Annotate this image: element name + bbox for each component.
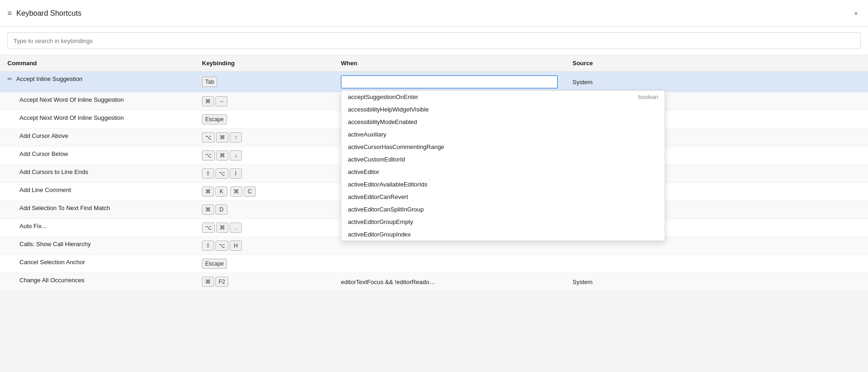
key-group: ⌘→ bbox=[202, 96, 326, 106]
source-cell bbox=[565, 255, 868, 273]
keybinding-cell: ⌘→ bbox=[195, 93, 333, 111]
dropdown-item[interactable]: activeCursorHasCommentingRange bbox=[341, 141, 665, 153]
dropdown-item-label: accessibilityHelpWidgetVisible bbox=[348, 106, 429, 113]
command-label: Calls: Show Call Hierarchy bbox=[19, 241, 91, 248]
key-group: Escape bbox=[202, 259, 326, 269]
key-badge: ⌥ bbox=[202, 132, 215, 143]
keybinding-cell: Escape bbox=[195, 255, 333, 273]
dropdown-item-label: activeEditorGroupEmpty bbox=[348, 218, 413, 225]
keybinding-cell: ⌥⌘↓ bbox=[195, 147, 333, 165]
key-badge: ⇧ bbox=[202, 241, 214, 251]
key-badge: ⌘ bbox=[202, 96, 214, 106]
key-badge: ⌥ bbox=[202, 223, 215, 233]
dropdown-item[interactable]: accessibilityModeEnabled bbox=[341, 116, 665, 128]
key-badge: ⌥ bbox=[202, 150, 215, 161]
dropdown-item[interactable]: activeAuxiliary bbox=[341, 128, 665, 141]
key-badge: ⌘ bbox=[216, 150, 228, 161]
dropdown-item-type: boolean bbox=[638, 94, 658, 100]
command-cell: Auto Fix... bbox=[0, 219, 195, 233]
command-cell: Calls: Show Call Hierarchy bbox=[0, 237, 195, 251]
dropdown-item[interactable]: accessibilityHelpWidgetVisible bbox=[341, 103, 665, 116]
search-bar bbox=[0, 27, 868, 55]
key-group: ⌥⌘. bbox=[202, 223, 326, 233]
key-group: ⌘D bbox=[202, 205, 326, 215]
dropdown-item[interactable]: activeEditorCanSplitInGroup bbox=[341, 203, 665, 216]
keybinding-cell: ⌘K⌘C bbox=[195, 183, 333, 201]
key-badge: K bbox=[215, 186, 227, 197]
dropdown-item[interactable]: activeEditorAvailableEditorIds bbox=[341, 178, 665, 191]
dropdown-item-label: activeEditorAvailableEditorIds bbox=[348, 181, 428, 188]
command-cell: Add Line Comment bbox=[0, 183, 195, 197]
command-label: Accept Next Word Of Inline Suggestion bbox=[19, 114, 124, 121]
search-input[interactable] bbox=[7, 32, 861, 49]
command-label: Accept Next Word Of Inline Suggestion bbox=[19, 96, 124, 103]
command-label: Add Cursors to Line Ends bbox=[19, 168, 88, 175]
command-cell: Cancel Selection Anchor bbox=[0, 255, 195, 269]
key-badge: ⌘ bbox=[216, 132, 228, 143]
dropdown-item[interactable]: activeEditorGroupIndex bbox=[341, 228, 665, 241]
table-header-row: Command Keybinding When Source bbox=[0, 55, 868, 72]
key-badge: ⌘ bbox=[216, 223, 228, 233]
key-group: ⌥⌘↓ bbox=[202, 150, 326, 161]
key-badge: . bbox=[230, 223, 242, 233]
dropdown-item-label: activeCursorHasCommentingRange bbox=[348, 143, 444, 150]
key-badge: → bbox=[215, 96, 227, 106]
command-label: Cancel Selection Anchor bbox=[19, 259, 85, 266]
key-badge: ↓ bbox=[230, 150, 242, 161]
header-when: When bbox=[333, 55, 565, 72]
keybinding-cell: Tab bbox=[195, 72, 333, 93]
command-label: Accept Inline Suggestion bbox=[16, 75, 82, 82]
keybinding-cell: ⇧⌥I bbox=[195, 165, 333, 183]
command-cell: Add Cursors to Line Ends bbox=[0, 165, 195, 179]
dropdown-item-label: activeEditor bbox=[348, 168, 379, 175]
title-bar: ≡ Keyboard Shortcuts × bbox=[0, 0, 868, 27]
when-input[interactable] bbox=[341, 75, 558, 88]
command-label: Auto Fix... bbox=[19, 223, 47, 229]
key-badge: D bbox=[215, 205, 227, 215]
table-row: Cancel Selection AnchorEscape bbox=[0, 255, 868, 273]
source-label: System bbox=[572, 79, 592, 86]
keybinding-cell: ⇧⌥H bbox=[195, 237, 333, 255]
command-cell: Add Selection To Next Find Match bbox=[0, 201, 195, 215]
when-dropdown: acceptSuggestionOnEnterbooleanaccessibil… bbox=[341, 90, 665, 241]
close-button[interactable]: × bbox=[851, 9, 861, 18]
command-cell: Add Cursor Above bbox=[0, 129, 195, 143]
keybinding-cell: ⌥⌘↑ bbox=[195, 129, 333, 147]
key-badge: Tab bbox=[202, 77, 217, 87]
dropdown-item[interactable]: acceptSuggestionOnEnterboolean bbox=[341, 91, 665, 103]
dropdown-item[interactable]: activeEditor bbox=[341, 166, 665, 178]
dropdown-item-label: activeAuxiliary bbox=[348, 131, 386, 138]
key-badge: Escape bbox=[202, 114, 227, 124]
key-group: ⇧⌥I bbox=[202, 168, 326, 179]
command-cell: Change All Occurrences bbox=[0, 273, 195, 287]
key-badge: I bbox=[230, 168, 242, 179]
key-badge: ⌘ bbox=[202, 186, 214, 197]
page-title: Keyboard Shortcuts bbox=[16, 9, 847, 18]
key-badge: ⌥ bbox=[215, 168, 228, 179]
keybindings-table: Command Keybinding When Source ✏Accept I… bbox=[0, 55, 868, 291]
keybinding-cell: ⌥⌘. bbox=[195, 219, 333, 237]
edit-icon[interactable]: ✏ bbox=[7, 75, 13, 82]
dropdown-item-label: activeEditorCanRevert bbox=[348, 193, 408, 200]
key-group: ⌘K⌘C bbox=[202, 186, 326, 197]
keybinding-cell: ⌘F2 bbox=[195, 273, 333, 291]
header-command: Command bbox=[0, 55, 195, 72]
dropdown-item[interactable]: activeEditorGroupEmpty bbox=[341, 216, 665, 228]
dropdown-item-label: activeEditorGroupIndex bbox=[348, 231, 411, 238]
command-label: Add Selection To Next Find Match bbox=[19, 205, 110, 211]
command-cell: Accept Next Word Of Inline Suggestion bbox=[0, 111, 195, 125]
header-keybinding: Keybinding bbox=[195, 55, 333, 72]
header-source: Source bbox=[565, 55, 868, 72]
source-cell: System bbox=[565, 273, 868, 291]
key-badge: C bbox=[244, 186, 256, 197]
key-badge: ⌥ bbox=[215, 241, 228, 251]
when-cell: acceptSuggestionOnEnterbooleanaccessibil… bbox=[333, 72, 565, 93]
table-container: Command Keybinding When Source ✏Accept I… bbox=[0, 55, 868, 291]
dropdown-item[interactable]: activeCustomEditorId bbox=[341, 153, 665, 166]
key-group: ⌥⌘↑ bbox=[202, 132, 326, 143]
source-label: System bbox=[572, 279, 592, 285]
dropdown-item-label: activeCustomEditorId bbox=[348, 156, 405, 163]
command-cell: Accept Next Word Of Inline Suggestion bbox=[0, 93, 195, 107]
dropdown-item[interactable]: activeEditorCanRevert bbox=[341, 191, 665, 203]
menu-icon: ≡ bbox=[7, 9, 12, 18]
